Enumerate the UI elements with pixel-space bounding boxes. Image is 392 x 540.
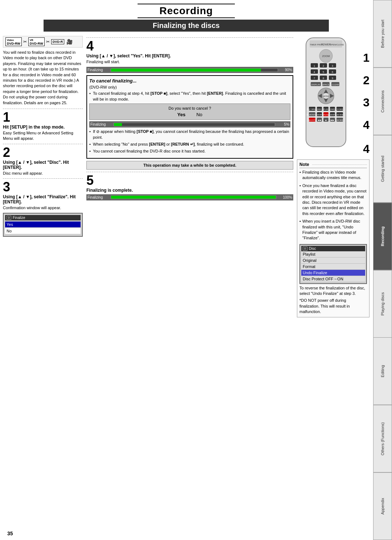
svg-text:5: 5 (323, 71, 324, 73)
svg-text:3: 3 (332, 65, 333, 67)
cancel-note-2: When selecting "No" and press [ENTER] or… (89, 142, 290, 147)
svg-text:2: 2 (323, 65, 324, 67)
remote-step-1: 1 (363, 50, 369, 66)
remote-step4-bottom: 4 (297, 142, 369, 156)
dvdr-logo: DVD-R (51, 39, 65, 44)
left-column: VideoDVD-RW ✂ VRDVD-RW ✂ DVD-R 🎥 You wil… (3, 36, 83, 317)
separator-2: ✂ (46, 39, 50, 44)
svg-text:SKIP: SKIP (317, 114, 322, 116)
step1-separator (3, 109, 83, 110)
progress-track-100 (111, 195, 276, 199)
undo-text: To reverse the finalization of the disc,… (299, 285, 367, 297)
tab-before-you-start[interactable]: Before you start (373, 0, 392, 68)
cancel-steps-list: To cancel finalizing at step 4, hit [STO… (89, 91, 290, 102)
svg-text:REV: REV (317, 108, 322, 110)
progress-track-90 (111, 68, 278, 72)
progress-pct-100: 100% (278, 195, 292, 199)
disc-menu-disc-protect: Disc Protect OFF→ON (301, 276, 365, 282)
finalize-menu-no: No (5, 228, 81, 234)
svg-text:CLEAR: CLEAR (332, 84, 339, 86)
svg-text:PAUSE: PAUSE (322, 114, 330, 116)
svg-text:ENTER: ENTER (323, 95, 329, 97)
disc-menu-format: Format (301, 264, 365, 270)
disc-icon: ⊙ (303, 247, 307, 251)
disc-logos: VideoDVD-RW ✂ VRDVD-RW ✂ DVD-R 🎥 (3, 36, 83, 48)
svg-text:TIMER PROG.: TIMER PROG. (310, 44, 324, 46)
intro-text: You will need to finalize discs recorded… (3, 50, 83, 106)
separator-1: ✂ (23, 39, 27, 44)
progress-screen-90: Finalizing 90% (86, 67, 293, 73)
svg-text:SKIP: SKIP (330, 114, 335, 116)
step2-number: 2 (3, 146, 83, 159)
cancel-dialog-yes: Yes (177, 112, 185, 117)
progress-label-90: Finalizing (87, 68, 109, 72)
disc-menu-title-bar: ⊙ Disc (301, 246, 365, 251)
step4-separator (86, 37, 293, 39)
content-columns: VideoDVD-RW ✂ VRDVD-RW ✂ DVD-R 🎥 You wil… (0, 33, 372, 317)
main-content: Recording Finalizing the discs VideoDVD-… (0, 0, 372, 317)
dvdrw-video-logo: VideoDVD-RW (5, 37, 22, 46)
cancel-box: To cancel finalizing... (DVD-RW only) To… (86, 75, 293, 158)
step1-number: 1 (3, 111, 83, 124)
svg-text:7: 7 (314, 77, 315, 80)
svg-text:AV MONITOR: AV MONITOR (306, 114, 318, 116)
section-header: Finalizing the discs (44, 20, 329, 32)
cancel-dialog-buttons: Yes No (92, 112, 288, 117)
disc-menu-original: Original (301, 257, 365, 264)
cancel-dialog-text: Do you want to cancel ? (92, 106, 288, 110)
tab-recording[interactable]: Recording (373, 203, 392, 270)
svg-text:ZOOM: ZOOM (322, 55, 330, 57)
remote-container: POWER TIMER PROG. OPEN/CLOSE ZOOM 1 2 (297, 36, 369, 156)
progress-label-100: Finalizing (87, 195, 109, 199)
progress-track-5 (114, 123, 275, 126)
svg-text:9: 9 (332, 77, 333, 80)
tab-connections[interactable]: Connections (373, 68, 392, 135)
svg-text:▶▶: ▶▶ (331, 119, 334, 121)
tab-playing-discs[interactable]: Playing discs (373, 270, 392, 338)
camera-icon: 🎥 (66, 39, 73, 45)
finalize-icon: ⊙ (7, 216, 11, 220)
note-item-3: When you insert a DVD-RW disc finalized … (299, 219, 367, 241)
remote-step-4: 4 (363, 118, 369, 133)
warning-text: *DO NOT power off during finalization. T… (299, 298, 367, 314)
svg-text:CH SKIP: CH SKIP (336, 108, 344, 110)
svg-text:OPEN/CLOSE: OPEN/CLOSE (330, 44, 344, 46)
cancel-dialog-screen: Do you want to cancel ? Yes No (89, 103, 290, 120)
page-title: Recording (138, 4, 234, 18)
svg-text:FWD: FWD (330, 108, 335, 110)
tab-appendix[interactable]: Appendix (373, 472, 392, 540)
svg-text:DISPLAY: DISPLAY (311, 84, 320, 86)
step1-desc: Easy Setting Menu or Advanced Setting Me… (3, 130, 83, 142)
remote-step-3: 3 (363, 95, 369, 110)
tab-others[interactable]: Others (Functions) (373, 405, 392, 472)
dvdrw-vr-logo: VRDVD-RW (28, 37, 45, 46)
svg-text:1: 1 (314, 65, 315, 67)
disc-menu-screen: ⊙ Disc Playlist Original Format Undo Fin… (299, 244, 367, 284)
step3-separator (3, 178, 83, 180)
note-dots (312, 165, 367, 165)
step1-title: Hit [SETUP] in the stop mode. (3, 125, 83, 130)
note-item-2: Once you have finalized a disc recorded … (299, 183, 367, 216)
right-tab-strip: Before you start Connections Getting sta… (373, 0, 392, 540)
step5-separator (86, 172, 293, 173)
svg-text:6: 6 (332, 71, 333, 73)
svg-text:8: 8 (323, 77, 324, 80)
finalize-menu-yes: Yes (5, 222, 81, 227)
svg-text:■: ■ (325, 119, 327, 121)
cancel-dialog-no: No (196, 112, 203, 117)
progress-fill-5 (114, 123, 122, 126)
cancel-box-subtitle: (DVD-RW only) (89, 85, 290, 89)
finalize-screen-title: Finalize (13, 216, 25, 220)
disc-menu-title: Disc (309, 247, 316, 251)
remote-step-4-bottom: 4 (363, 142, 369, 156)
step5-title: Finalizing is complete. (86, 188, 293, 193)
progress-screen-5: Finalizing 5% (89, 121, 290, 127)
svg-text:◀◀: ◀◀ (318, 119, 321, 121)
finalize-screen-title-bar: ⊙ Finalize (5, 215, 81, 220)
warning-box: This operation may take a while to be co… (86, 161, 293, 170)
right-column: POWER TIMER PROG. OPEN/CLOSE ZOOM 1 2 (297, 36, 369, 317)
progress-label-5: Finalizing (90, 122, 112, 126)
svg-text:CM SKIP: CM SKIP (336, 114, 344, 116)
tab-getting-started[interactable]: Getting started (373, 135, 392, 203)
tab-editing[interactable]: Editing (373, 337, 392, 405)
